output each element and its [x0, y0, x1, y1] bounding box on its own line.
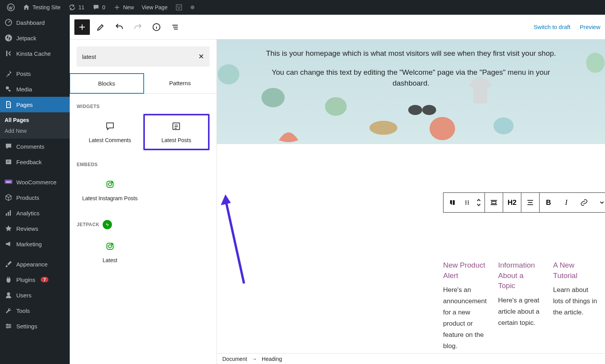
sidebar-item-woocommerce[interactable]: wooWooCommerce [0, 174, 70, 190]
submenu-all-pages[interactable]: All Pages [0, 115, 70, 125]
hero-line2: You can change this text by editing the … [260, 67, 562, 89]
block-latest-comments[interactable]: Latest Comments [77, 114, 143, 150]
svg-rect-9 [10, 210, 11, 216]
breadcrumb-document[interactable]: Document [222, 356, 247, 362]
svg-rect-40 [492, 201, 496, 204]
tab-blocks[interactable]: Blocks [70, 73, 144, 94]
preview-link[interactable]: Preview [580, 24, 600, 30]
drag-handle[interactable] [461, 193, 473, 212]
italic-button[interactable]: I [557, 193, 575, 212]
svg-point-32 [493, 117, 514, 134]
block-type-button[interactable] [443, 193, 461, 212]
yoast-icon[interactable] [171, 0, 187, 15]
move-updown[interactable] [473, 193, 485, 212]
comment-outline-icon [105, 121, 115, 132]
plus-icon [113, 3, 121, 11]
deco-hoodie2-icon [323, 96, 349, 117]
svg-point-10 [7, 292, 10, 295]
sidebar-item-comments[interactable]: Comments [0, 139, 70, 154]
updates-link[interactable]: 11 [64, 0, 88, 15]
switch-to-draft-link[interactable]: Switch to draft [534, 24, 571, 30]
list-view-button[interactable] [167, 19, 183, 35]
deco-hoodie-icon [217, 63, 240, 86]
sidebar-item-appearance[interactable]: Appearance [0, 256, 70, 272]
redo-button[interactable] [130, 19, 146, 35]
more-rich-button[interactable] [593, 193, 605, 212]
sidebar-item-plugins[interactable]: Plugins7 [0, 272, 70, 287]
svg-point-27 [325, 97, 347, 116]
instagram-icon [105, 241, 115, 252]
submenu-add-new[interactable]: Add New [0, 125, 70, 136]
sidebar-item-marketing[interactable]: Marketing [0, 236, 70, 252]
comments-link[interactable]: 0 [88, 0, 109, 15]
block-editor: Switch to draft Preview ✕ Blocks Pattern… [70, 15, 605, 364]
edit-mode-button[interactable] [93, 19, 108, 35]
svg-point-24 [112, 244, 112, 245]
bold-button[interactable]: B [540, 193, 557, 212]
wp-logo[interactable] [3, 0, 19, 15]
jetpack-badge-icon [103, 220, 112, 229]
block-search-box: ✕ [77, 46, 210, 67]
instagram-icon [105, 179, 115, 190]
new-link[interactable]: New [109, 0, 138, 15]
sidebar-item-tools[interactable]: Tools [0, 303, 70, 318]
details-button[interactable] [149, 19, 164, 35]
block-jetpack-latest[interactable]: Latest [77, 234, 143, 270]
svg-point-14 [7, 324, 8, 325]
deco-beanie-icon [275, 123, 302, 144]
sidebar-item-settings[interactable]: Settings [0, 318, 70, 334]
sidebar-item-dashboard[interactable]: Dashboard [0, 15, 70, 30]
sidebar-item-users[interactable]: Users [0, 287, 70, 303]
sidebar-item-posts[interactable]: Posts [0, 66, 70, 81]
deco-hoodie4-icon [586, 51, 605, 74]
sidebar-item-products[interactable]: Products [0, 190, 70, 205]
undo-button[interactable] [112, 19, 127, 35]
admin-bar: Testing Site 11 0 New View Page [0, 0, 605, 15]
status-dot[interactable] [187, 0, 198, 15]
block-latest-instagram[interactable]: Latest Instagram Posts [77, 172, 143, 208]
link-button[interactable] [575, 193, 593, 212]
analytics-icon [5, 209, 12, 217]
pages-submenu: All Pages Add New [0, 112, 70, 139]
category-embeds: EMBEDS [77, 162, 210, 167]
sidebar-item-kinsta[interactable]: Kinsta Cache [0, 46, 70, 61]
svg-point-28 [370, 121, 397, 135]
jetpack-icon [5, 34, 12, 42]
megaphone-icon [5, 240, 12, 248]
svg-point-36 [466, 202, 467, 203]
post-item[interactable]: Information About a TopicHere's a great … [498, 260, 542, 352]
sidebar-item-analytics[interactable]: Analytics [0, 205, 70, 221]
breadcrumb-heading[interactable]: Heading [262, 356, 282, 362]
post-item[interactable]: New Product AlertHere's an announcement … [443, 260, 487, 352]
heading-level-button[interactable]: H2 [503, 193, 521, 212]
tab-patterns[interactable]: Patterns [144, 74, 217, 93]
update-icon [68, 3, 76, 11]
text-align-button[interactable] [521, 193, 539, 212]
sidebar-item-pages[interactable]: Pages [0, 97, 70, 112]
svg-point-15 [9, 325, 10, 327]
sidebar-item-feedback[interactable]: Feedback [0, 154, 70, 170]
sidebar-item-reviews[interactable]: Reviews [0, 221, 70, 236]
clear-search-button[interactable]: ✕ [198, 52, 204, 61]
deco-belt-icon [368, 117, 399, 138]
align-button[interactable] [485, 193, 503, 212]
inserter-toggle-button[interactable] [74, 19, 90, 35]
sidebar-item-jetpack[interactable]: Jetpack [0, 30, 70, 46]
svg-point-30 [422, 105, 436, 115]
comments-icon [5, 143, 12, 150]
block-latest-posts[interactable]: Latest Posts [143, 114, 210, 150]
admin-sidebar: Dashboard Jetpack Kinsta Cache Posts Med… [0, 15, 70, 364]
editor-canvas[interactable]: This is your homepage which is what most… [217, 39, 605, 364]
post-item[interactable]: A New TutorialLearn about lots of things… [553, 260, 597, 352]
svg-point-33 [586, 53, 605, 73]
pin-icon [5, 70, 12, 77]
site-name-link[interactable]: Testing Site [19, 0, 64, 15]
deco-tshirt-icon [465, 74, 496, 105]
status-circle-icon [191, 5, 194, 9]
star-icon [5, 225, 12, 232]
svg-point-26 [218, 64, 239, 84]
view-page-link[interactable]: View Page [138, 0, 172, 15]
block-search-input[interactable] [82, 53, 198, 60]
svg-rect-7 [6, 213, 7, 216]
sidebar-item-media[interactable]: Media [0, 81, 70, 97]
